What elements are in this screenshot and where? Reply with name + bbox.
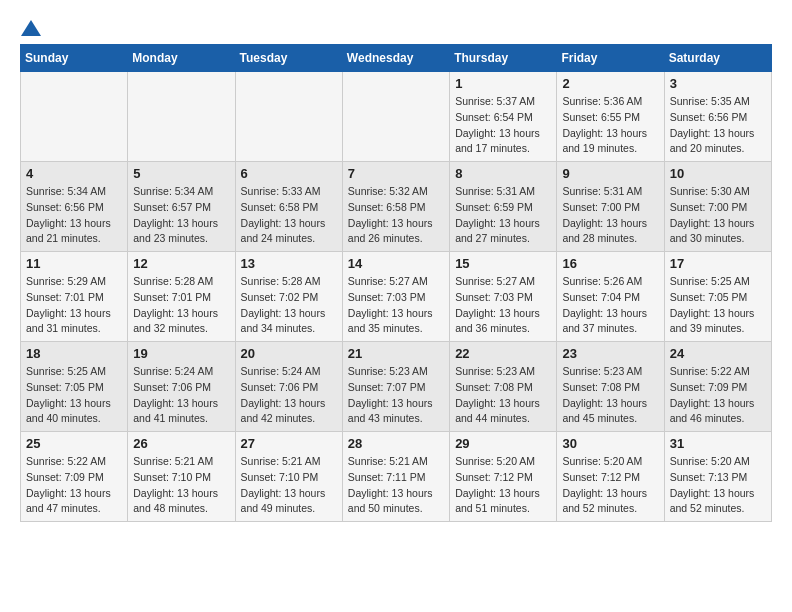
day-number: 11: [26, 256, 122, 271]
day-info-line: Sunrise: 5:21 AM: [133, 454, 229, 470]
calendar-header-row: Sunday Monday Tuesday Wednesday Thursday…: [21, 45, 772, 72]
calendar-cell: 12Sunrise: 5:28 AMSunset: 7:01 PMDayligh…: [128, 252, 235, 342]
day-info-line: Sunset: 7:05 PM: [670, 290, 766, 306]
day-info-line: Sunrise: 5:23 AM: [455, 364, 551, 380]
day-info-line: Sunrise: 5:22 AM: [26, 454, 122, 470]
calendar-cell: 8Sunrise: 5:31 AMSunset: 6:59 PMDaylight…: [450, 162, 557, 252]
day-info-line: Daylight: 13 hours: [455, 396, 551, 412]
day-number: 6: [241, 166, 337, 181]
calendar-cell: 6Sunrise: 5:33 AMSunset: 6:58 PMDaylight…: [235, 162, 342, 252]
svg-marker-0: [21, 20, 41, 36]
day-info-line: and 31 minutes.: [26, 321, 122, 337]
calendar-cell: 3Sunrise: 5:35 AMSunset: 6:56 PMDaylight…: [664, 72, 771, 162]
day-info-line: Daylight: 13 hours: [26, 396, 122, 412]
day-info-line: Daylight: 13 hours: [348, 396, 444, 412]
day-info-line: Sunset: 7:13 PM: [670, 470, 766, 486]
day-number: 10: [670, 166, 766, 181]
day-info-line: Sunrise: 5:36 AM: [562, 94, 658, 110]
day-info-line: Sunset: 7:01 PM: [133, 290, 229, 306]
day-info-line: Sunrise: 5:29 AM: [26, 274, 122, 290]
calendar-cell: 4Sunrise: 5:34 AMSunset: 6:56 PMDaylight…: [21, 162, 128, 252]
day-info-line: Sunset: 7:12 PM: [455, 470, 551, 486]
day-info-line: Sunrise: 5:28 AM: [133, 274, 229, 290]
day-info-line: and 30 minutes.: [670, 231, 766, 247]
day-info-line: Sunset: 7:00 PM: [562, 200, 658, 216]
day-info-line: Daylight: 13 hours: [670, 396, 766, 412]
day-info-line: Sunset: 7:03 PM: [455, 290, 551, 306]
calendar-cell: [342, 72, 449, 162]
day-number: 28: [348, 436, 444, 451]
day-info-line: Sunrise: 5:20 AM: [562, 454, 658, 470]
day-info-line: Sunset: 7:11 PM: [348, 470, 444, 486]
day-number: 24: [670, 346, 766, 361]
day-info-line: Sunset: 7:12 PM: [562, 470, 658, 486]
day-info-line: Daylight: 13 hours: [348, 486, 444, 502]
day-info-line: Sunrise: 5:20 AM: [455, 454, 551, 470]
day-info-line: Sunrise: 5:31 AM: [562, 184, 658, 200]
day-info-line: Daylight: 13 hours: [562, 216, 658, 232]
day-info-line: Sunset: 7:03 PM: [348, 290, 444, 306]
day-info-line: Sunrise: 5:31 AM: [455, 184, 551, 200]
day-info-line: Daylight: 13 hours: [348, 216, 444, 232]
day-info-line: Sunset: 7:08 PM: [455, 380, 551, 396]
day-info-line: Sunset: 7:01 PM: [26, 290, 122, 306]
day-info-line: Sunrise: 5:32 AM: [348, 184, 444, 200]
calendar-cell: 16Sunrise: 5:26 AMSunset: 7:04 PMDayligh…: [557, 252, 664, 342]
day-info-line: Daylight: 13 hours: [26, 216, 122, 232]
day-number: 2: [562, 76, 658, 91]
day-info-line: and 24 minutes.: [241, 231, 337, 247]
day-info-line: Sunrise: 5:26 AM: [562, 274, 658, 290]
calendar-week-row: 18Sunrise: 5:25 AMSunset: 7:05 PMDayligh…: [21, 342, 772, 432]
col-tuesday: Tuesday: [235, 45, 342, 72]
day-info-line: Daylight: 13 hours: [133, 486, 229, 502]
calendar-cell: [128, 72, 235, 162]
day-info-line: and 52 minutes.: [562, 501, 658, 517]
day-info-line: and 32 minutes.: [133, 321, 229, 337]
calendar-cell: 1Sunrise: 5:37 AMSunset: 6:54 PMDaylight…: [450, 72, 557, 162]
day-number: 14: [348, 256, 444, 271]
day-number: 5: [133, 166, 229, 181]
logo: [20, 20, 41, 34]
day-info-line: Daylight: 13 hours: [133, 396, 229, 412]
day-number: 22: [455, 346, 551, 361]
day-info-line: and 36 minutes.: [455, 321, 551, 337]
calendar-cell: 24Sunrise: 5:22 AMSunset: 7:09 PMDayligh…: [664, 342, 771, 432]
day-info-line: Daylight: 13 hours: [26, 306, 122, 322]
day-info-line: Daylight: 13 hours: [133, 216, 229, 232]
calendar-cell: 14Sunrise: 5:27 AMSunset: 7:03 PMDayligh…: [342, 252, 449, 342]
day-info-line: Sunrise: 5:25 AM: [670, 274, 766, 290]
day-info-line: Daylight: 13 hours: [670, 216, 766, 232]
calendar-cell: 9Sunrise: 5:31 AMSunset: 7:00 PMDaylight…: [557, 162, 664, 252]
calendar-week-row: 25Sunrise: 5:22 AMSunset: 7:09 PMDayligh…: [21, 432, 772, 522]
day-info-line: and 21 minutes.: [26, 231, 122, 247]
day-info-line: and 26 minutes.: [348, 231, 444, 247]
day-info-line: and 42 minutes.: [241, 411, 337, 427]
day-info-line: Sunset: 6:56 PM: [670, 110, 766, 126]
day-number: 31: [670, 436, 766, 451]
day-info-line: and 44 minutes.: [455, 411, 551, 427]
calendar-cell: 13Sunrise: 5:28 AMSunset: 7:02 PMDayligh…: [235, 252, 342, 342]
day-info-line: Sunset: 7:08 PM: [562, 380, 658, 396]
day-info-line: Daylight: 13 hours: [562, 306, 658, 322]
day-info-line: Sunset: 6:58 PM: [348, 200, 444, 216]
day-info-line: and 19 minutes.: [562, 141, 658, 157]
day-info-line: Daylight: 13 hours: [241, 216, 337, 232]
day-number: 30: [562, 436, 658, 451]
day-number: 16: [562, 256, 658, 271]
day-info-line: Daylight: 13 hours: [241, 306, 337, 322]
day-info-line: Sunrise: 5:23 AM: [562, 364, 658, 380]
day-number: 25: [26, 436, 122, 451]
day-info-line: Sunset: 7:09 PM: [670, 380, 766, 396]
day-info-line: Sunrise: 5:20 AM: [670, 454, 766, 470]
day-info-line: Sunset: 6:56 PM: [26, 200, 122, 216]
day-info-line: Daylight: 13 hours: [670, 306, 766, 322]
day-number: 20: [241, 346, 337, 361]
day-info-line: Sunrise: 5:28 AM: [241, 274, 337, 290]
calendar-cell: 29Sunrise: 5:20 AMSunset: 7:12 PMDayligh…: [450, 432, 557, 522]
day-info-line: Sunrise: 5:24 AM: [133, 364, 229, 380]
day-info-line: and 40 minutes.: [26, 411, 122, 427]
calendar-cell: 31Sunrise: 5:20 AMSunset: 7:13 PMDayligh…: [664, 432, 771, 522]
day-number: 26: [133, 436, 229, 451]
col-thursday: Thursday: [450, 45, 557, 72]
day-info-line: Daylight: 13 hours: [26, 486, 122, 502]
